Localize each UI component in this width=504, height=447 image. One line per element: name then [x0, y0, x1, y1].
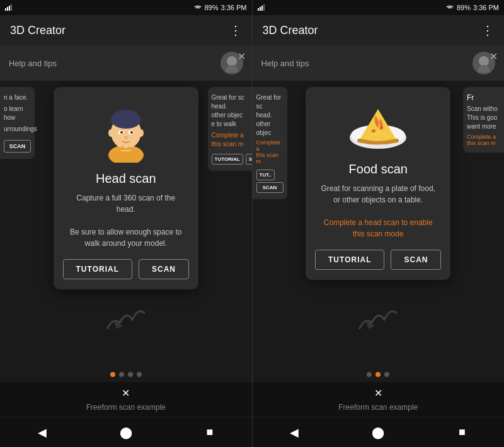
status-bar-left: 89% 3:36 PM: [0, 0, 252, 15]
svg-point-29: [380, 127, 383, 130]
svg-point-10: [113, 110, 139, 122]
head-scan-button[interactable]: SCAN: [139, 259, 189, 279]
peek-right-btns: TUTORIAL SCAN: [212, 154, 248, 165]
time-text-left: 3:36 PM: [221, 4, 247, 11]
peek-text-3: urroundings: [4, 125, 31, 134]
freeform-label-left: Freeform scan example: [10, 403, 242, 412]
home-button-right[interactable]: ⬤: [365, 420, 391, 445]
svg-rect-22: [263, 4, 265, 11]
svg-point-4: [227, 56, 237, 66]
help-close-right[interactable]: ✕: [490, 50, 498, 62]
r-peek-right-orange: Complete athis scan m: [467, 134, 500, 146]
svg-point-15: [120, 131, 123, 134]
help-close-left[interactable]: ✕: [238, 50, 246, 62]
peek-right-text1: Great for schead.other objece to walk: [212, 93, 248, 129]
freeform-label-right: Freeform scan example: [263, 403, 495, 412]
help-text-right: Help and tips: [261, 59, 467, 68]
food-scan-desc: Great for scanning a plate of food, or o…: [318, 183, 438, 240]
scan-btn-peek[interactable]: SCAN: [246, 154, 252, 165]
scan-btn-left-peek: SCAN: [4, 140, 31, 153]
tutorial-btn-peek[interactable]: TUTORIAL: [212, 154, 243, 165]
right-panel-left-peek: Great for schead.other objec Complete at…: [253, 87, 287, 199]
food-scan-orange: Complete a head scan to enable this scan…: [324, 218, 433, 238]
svg-rect-19: [258, 8, 259, 11]
bottom-section-left: ✕ Freeform scan example: [0, 382, 252, 417]
head-scan-image: [66, 100, 186, 163]
svg-point-16: [130, 131, 133, 134]
right-panel: 89% 3:36 PM 3D Creator ⋮ Help and tips ✕…: [253, 0, 505, 447]
r-peek-right-title: Fr: [467, 93, 500, 102]
recent-button-left[interactable]: ■: [197, 420, 222, 445]
r-tutorial-btn[interactable]: TUT..: [256, 170, 275, 180]
app-title-right: 3D Creator: [263, 24, 482, 37]
svg-point-23: [479, 56, 489, 66]
head-tutorial-button[interactable]: TUTORIAL: [63, 259, 132, 279]
head-scan-title: Head scan: [66, 171, 186, 186]
battery-text-right: 89%: [457, 4, 471, 11]
svg-point-5: [226, 65, 238, 73]
head-avatar-svg: [94, 100, 158, 163]
main-content-left: n a face. o learn how urroundings SCAN G…: [0, 81, 252, 367]
food-scan-title: Food scan: [318, 162, 438, 177]
dot-1-right: [367, 372, 372, 377]
home-button-left[interactable]: ⬤: [113, 420, 139, 445]
food-scan-buttons: TUTORIAL SCAN: [318, 250, 438, 270]
svg-point-17: [124, 136, 128, 139]
status-bar-icons-left: [5, 4, 13, 11]
left-panel: 89% 3:36 PM 3D Creator ⋮ Help and tips ✕…: [0, 0, 252, 447]
r-peek-btns: TUT..: [256, 170, 284, 180]
battery-text-left: 89%: [205, 4, 219, 11]
more-options-icon-left[interactable]: ⋮: [229, 23, 242, 38]
status-right-info: 89% 3:36 PM: [445, 4, 499, 11]
close-x-left[interactable]: ✕: [10, 387, 242, 399]
close-x-right[interactable]: ✕: [263, 387, 495, 399]
head-scan-desc-line1: Capture a full 360 scan of the head.: [76, 194, 175, 214]
back-button-left[interactable]: ◀: [30, 420, 55, 445]
app-title-left: 3D Creator: [10, 24, 229, 37]
bottom-section-right: ✕ Freeform scan example: [253, 382, 505, 417]
r-peek-right-text: Scan withoThis is goowant more: [467, 105, 500, 131]
recent-button-right[interactable]: ■: [449, 420, 474, 445]
right-panel-right-peek: Fr Scan withoThis is goowant more Comple…: [463, 87, 504, 153]
main-content-right: Great for schead.other objec Complete at…: [253, 81, 505, 367]
dot-1-left: [110, 372, 115, 377]
head-scan-desc-line2: Be sure to allow enough space to walk ar…: [70, 228, 181, 248]
food-tutorial-button[interactable]: TUTORIAL: [315, 250, 384, 270]
svg-point-12: [139, 129, 144, 137]
signal-icon-right: [258, 4, 265, 11]
time-text-right: 3:36 PM: [473, 4, 499, 11]
back-button-right[interactable]: ◀: [282, 420, 307, 445]
more-options-icon-right[interactable]: ⋮: [481, 23, 494, 38]
dot-2-left: [119, 372, 124, 377]
help-banner-left: Help and tips ✕: [0, 45, 252, 81]
peek-text-1: n a face.: [4, 93, 31, 102]
svg-rect-0: [5, 8, 6, 11]
svg-rect-20: [260, 7, 261, 11]
dot-3-right: [384, 372, 389, 377]
wifi-icon: [193, 4, 202, 11]
help-banner-right: Help and tips ✕: [253, 45, 505, 81]
left-peek-card: n a face. o learn how urroundings SCAN: [0, 87, 35, 159]
status-bar-right: 89% 3:36 PM: [253, 0, 505, 15]
dot-3-left: [128, 372, 133, 377]
freeform-icon-right: [353, 304, 403, 335]
head-scan-card: Head scan Capture a full 360 scan of the…: [54, 87, 198, 289]
freeform-icon-left: [101, 304, 151, 335]
svg-rect-3: [11, 4, 12, 11]
food-scan-image: [318, 100, 438, 153]
svg-rect-2: [9, 6, 10, 11]
app-bar-left: 3D Creator ⋮: [0, 15, 252, 45]
help-text-left: Help and tips: [9, 59, 214, 68]
bottom-nav-left: ◀ ⬤ ■: [0, 417, 252, 447]
wifi-icon-right: [445, 4, 454, 11]
freeform-preview-left: [0, 304, 252, 335]
svg-point-11: [108, 129, 113, 137]
scan-label-peek[interactable]: SCAN: [4, 140, 31, 153]
signal-icon: [5, 4, 13, 11]
bottom-nav-right: ◀ ⬤ ■: [253, 417, 505, 447]
svg-rect-1: [7, 7, 8, 11]
r-scan-btn[interactable]: SCAN: [256, 182, 284, 193]
head-scan-buttons: TUTORIAL SCAN: [66, 259, 186, 279]
food-scan-button[interactable]: SCAN: [391, 250, 441, 270]
page-indicators-right: [253, 367, 505, 382]
